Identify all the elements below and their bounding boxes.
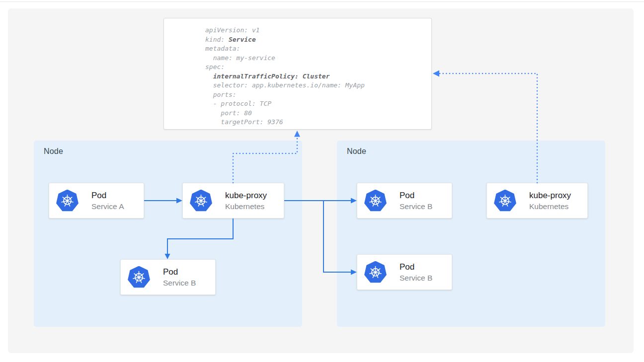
- yaml-code-block: apiVersion: v1kind: Servicemetadata: nam…: [205, 26, 426, 127]
- yaml-code-line: - protocol: TCP: [205, 99, 426, 109]
- kubernetes-logo-icon: [364, 261, 387, 283]
- yaml-code-line: kind: Service: [205, 35, 426, 45]
- diagram-page: apiVersion: v1kind: Servicemetadata: nam…: [0, 0, 644, 362]
- card-title: Pod: [400, 190, 432, 201]
- card-title: Pod: [163, 266, 196, 278]
- pod-card-service-b-right-bottom: Pod Service B: [357, 254, 452, 290]
- node-label: Node: [44, 147, 63, 156]
- yaml-code-line: selector: app.kubernetes.io/name: MyApp: [205, 81, 426, 90]
- kube-proxy-card-left: kube-proxy Kubernetes: [182, 183, 284, 218]
- arrowhead-left-icon: [433, 71, 439, 77]
- node-label: Node: [347, 147, 366, 156]
- kubernetes-logo-icon: [128, 266, 150, 288]
- pod-card-service-b-left: Pod Service B: [120, 259, 216, 295]
- kubernetes-logo-icon: [56, 190, 79, 212]
- arrowhead-up-icon: [294, 131, 300, 137]
- diagram-canvas: apiVersion: v1kind: Servicemetadata: nam…: [8, 8, 634, 353]
- pod-card-service-b-right-top: Pod Service B: [357, 183, 452, 218]
- service-yaml-card: apiVersion: v1kind: Servicemetadata: nam…: [163, 18, 432, 130]
- kube-proxy-card-right: kube-proxy Kubernetes: [486, 183, 588, 218]
- card-subtitle: Kubernetes: [225, 201, 267, 212]
- card-title: kube-proxy: [529, 190, 571, 201]
- yaml-code-line: targetPort: 9376: [205, 118, 426, 127]
- kubernetes-logo-icon: [190, 190, 212, 212]
- yaml-code-line: metadata:: [205, 44, 426, 54]
- card-subtitle: Kubernetes: [529, 201, 571, 212]
- card-subtitle: Service B: [400, 273, 432, 283]
- yaml-code-line: ports:: [205, 90, 426, 100]
- node-panel-left: Node Pod Service A kube-proxy Kubern: [34, 141, 302, 327]
- yaml-code-line: apiVersion: v1: [205, 26, 426, 35]
- yaml-code-line: spec:: [205, 63, 426, 72]
- pod-card-service-a: Pod Service A: [49, 183, 144, 218]
- card-subtitle: Service B: [400, 201, 432, 212]
- top-divider: [0, 1, 644, 2]
- kubernetes-logo-icon: [364, 190, 387, 212]
- card-title: Pod: [400, 261, 432, 273]
- card-title: Pod: [91, 190, 124, 201]
- card-subtitle: Service B: [163, 278, 196, 288]
- yaml-code-line: port: 80: [205, 109, 426, 118]
- yaml-code-line: internalTrafficPolicy: Cluster: [205, 72, 426, 81]
- card-title: kube-proxy: [225, 190, 267, 201]
- node-panel-right: Node Pod Service B kube-proxy Kubern: [337, 141, 605, 327]
- card-subtitle: Service A: [91, 201, 124, 212]
- kubernetes-logo-icon: [494, 190, 516, 212]
- yaml-code-line: name: my-service: [205, 54, 426, 63]
